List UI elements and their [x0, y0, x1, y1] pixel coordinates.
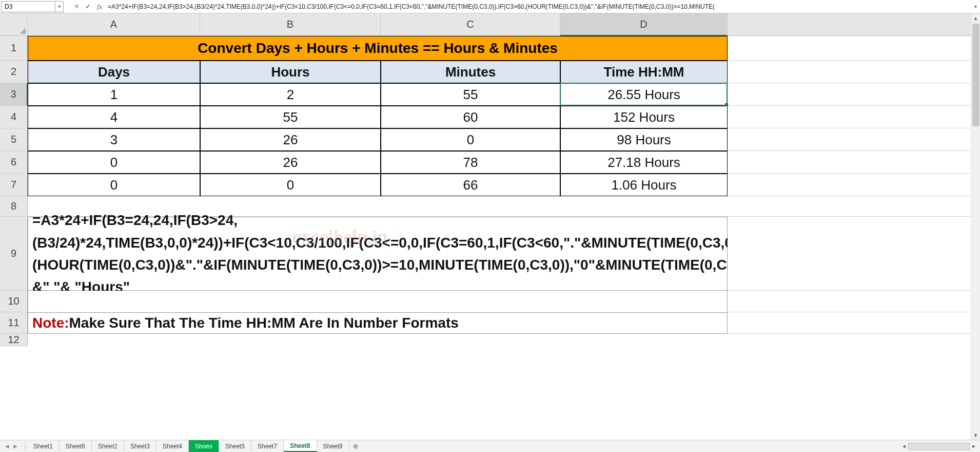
accept-formula-button[interactable]: ✓ [82, 1, 93, 12]
sheet-tab-shoes[interactable]: Shoes [189, 440, 219, 452]
cell-b5[interactable]: 26 [200, 128, 381, 151]
sheet-tab[interactable]: Sheet4 [156, 440, 189, 452]
sheet-nav: ◄ ► [0, 443, 23, 450]
formula-bar-row: D3 ▾ ✕ ✓ fx ▾ [0, 0, 980, 13]
formula-display-cell[interactable]: =A3*24+IF(B3=24,24,IF(B3>24,(B3/24)*24,T… [28, 217, 728, 291]
divider [25, 442, 25, 451]
header-minutes[interactable]: Minutes [381, 61, 560, 83]
row-header[interactable]: 9 [0, 217, 28, 291]
note-label: Note: [32, 315, 69, 331]
select-all-corner[interactable] [0, 13, 28, 36]
col-header-blank[interactable] [728, 13, 980, 36]
fx-icon[interactable]: fx [93, 3, 106, 11]
formula-bar-expand-icon[interactable]: ▾ [971, 4, 980, 9]
vertical-scrollbar[interactable]: ▲ ▼ [971, 13, 980, 440]
row-header[interactable]: 12 [0, 334, 28, 346]
column-headers: A B C D [28, 13, 980, 36]
cell-a3[interactable]: 1 [28, 83, 200, 106]
sheet-tab[interactable]: Sheet3 [124, 440, 156, 452]
header-days[interactable]: Days [28, 61, 200, 83]
sheet-tab[interactable]: Sheet7 [251, 440, 284, 452]
cell-c3[interactable]: 55 [381, 83, 560, 106]
cell-blank[interactable] [728, 312, 980, 334]
name-box[interactable]: D3 [1, 1, 55, 12]
sheet-nav-prev-icon[interactable]: ◄ [4, 443, 10, 450]
cell-c6[interactable]: 78 [381, 151, 560, 174]
hscroll-left-icon[interactable]: ◄ [900, 443, 908, 449]
row-headers: 1 2 3 4 5 6 7 8 9 10 11 12 [0, 36, 28, 346]
row-header[interactable]: 4 [0, 106, 28, 128]
cell-a6[interactable]: 0 [28, 151, 200, 174]
formula-text: =A3*24+IF(B3=24,24,IF(B3>24,(B3/24)*24,T… [32, 209, 811, 298]
scroll-up-icon[interactable]: ▲ [971, 13, 980, 23]
row-header[interactable]: 5 [0, 128, 28, 151]
cell-blank-row12[interactable] [28, 334, 728, 346]
formula-input[interactable] [106, 1, 971, 12]
row-header[interactable]: 2 [0, 61, 28, 83]
row-header[interactable]: 1 [0, 36, 28, 61]
sheet-nav-next-icon[interactable]: ► [12, 443, 18, 450]
row-header[interactable]: 8 [0, 196, 28, 217]
cell-b7[interactable]: 0 [200, 174, 381, 196]
row-header[interactable]: 6 [0, 151, 28, 174]
row-header[interactable]: 3 [0, 83, 28, 106]
cell-blank[interactable] [728, 106, 980, 128]
scroll-down-icon[interactable]: ▼ [971, 430, 980, 440]
sheet-tab-bar: ◄ ► Sheet1 Sheet6 Sheet2 Sheet3 Sheet4 S… [0, 440, 980, 452]
hscroll-right-icon[interactable]: ► [970, 443, 978, 449]
col-header-d[interactable]: D [560, 13, 728, 36]
cell-b4[interactable]: 55 [200, 106, 381, 128]
cell-d3-active[interactable]: 26.55 Hours [560, 83, 728, 106]
row-header[interactable]: 10 [0, 291, 28, 312]
sheet-tab-active[interactable]: Sheet8 [284, 440, 317, 452]
row-header[interactable]: 11 [0, 312, 28, 334]
header-hours[interactable]: Hours [200, 61, 381, 83]
col-header-b[interactable]: B [200, 13, 381, 36]
cell-blank[interactable] [728, 83, 980, 106]
cell-d5[interactable]: 98 Hours [560, 128, 728, 151]
cancel-formula-button[interactable]: ✕ [71, 1, 82, 12]
sheet-tab[interactable]: Sheet1 [27, 440, 60, 452]
cell-blank[interactable] [728, 334, 980, 346]
add-sheet-button[interactable]: ⊕ [349, 440, 362, 452]
cell-blank[interactable] [728, 61, 980, 83]
note-cell[interactable]: Note: Make Sure That The Time HH:MM Are … [28, 312, 728, 334]
title-cell[interactable]: Convert Days + Hours + Minutes == Hours … [28, 36, 728, 61]
sheet-tabs: Sheet1 Sheet6 Sheet2 Sheet3 Sheet4 Shoes… [27, 440, 362, 452]
cell-a7[interactable]: 0 [28, 174, 200, 196]
sheet-tab[interactable]: Sheet6 [60, 440, 92, 452]
note-text: Make Sure That The Time HH:MM Are In Num… [69, 315, 459, 331]
cell-blank[interactable] [728, 174, 980, 196]
cell-d6[interactable]: 27.18 Hours [560, 151, 728, 174]
cell-b3[interactable]: 2 [200, 83, 381, 106]
sheet-tab[interactable]: Sheet9 [317, 440, 349, 452]
name-box-dropdown[interactable]: ▾ [55, 1, 64, 12]
col-header-c[interactable]: C [381, 13, 560, 36]
spreadsheet-grid[interactable]: A B C D 1 2 3 4 5 6 7 8 9 10 11 12 Conve… [0, 13, 980, 440]
horizontal-scroll-area: ◄ ► [900, 443, 980, 450]
sheet-tab[interactable]: Sheet2 [92, 440, 124, 452]
cell-c4[interactable]: 60 [381, 106, 560, 128]
header-time[interactable]: Time HH:MM [560, 61, 728, 83]
cell-blank[interactable] [728, 36, 980, 61]
cell-a4[interactable]: 4 [28, 106, 200, 128]
hscroll-track[interactable] [908, 443, 970, 450]
sheet-tab[interactable]: Sheet5 [219, 440, 251, 452]
cell-a5[interactable]: 3 [28, 128, 200, 151]
cell-c5[interactable]: 0 [381, 128, 560, 151]
col-header-a[interactable]: A [28, 13, 200, 36]
cells-area: Convert Days + Hours + Minutes == Hours … [28, 36, 980, 346]
cell-blank-row10[interactable] [28, 291, 728, 312]
cell-blank[interactable] [728, 291, 980, 312]
cell-blank[interactable] [728, 151, 980, 174]
cell-d4[interactable]: 152 Hours [560, 106, 728, 128]
cell-d7[interactable]: 1.06 Hours [560, 174, 728, 196]
scroll-thumb[interactable] [972, 24, 979, 126]
cell-b6[interactable]: 26 [200, 151, 381, 174]
cell-blank[interactable] [728, 128, 980, 151]
cell-c7[interactable]: 66 [381, 174, 560, 196]
row-header[interactable]: 7 [0, 174, 28, 196]
cell-blank[interactable] [728, 217, 980, 291]
